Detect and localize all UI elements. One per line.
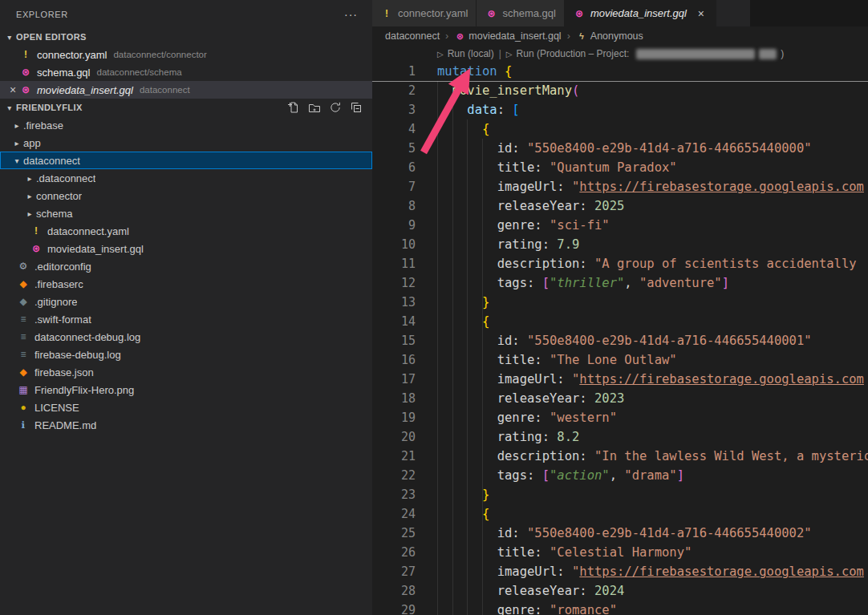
line-number: 11 <box>372 254 416 273</box>
tree-item-label: .dataconnect <box>36 172 95 184</box>
open-editor-label: schema.gql <box>37 67 90 79</box>
open-editor-item[interactable]: ×⊛moviedata_insert.gqldataconnect <box>0 81 372 99</box>
play-icon: ▷ <box>506 50 513 59</box>
run-local-link[interactable]: ▷ Run (local) <box>437 48 494 59</box>
code-line[interactable]: 28 releaseYear: 2024 <box>372 581 868 601</box>
code-line[interactable]: 11 description: "A group of scientists a… <box>372 254 868 273</box>
tree-item-friendlyflix-hero-png[interactable]: ▦FriendlyFlix-Hero.png <box>0 381 372 399</box>
code-line[interactable]: 26 title: "Celestial Harmony" <box>372 543 868 562</box>
new-file-icon[interactable] <box>287 101 300 114</box>
open-editor-item[interactable]: !connector.yamldataconnect/connector <box>0 46 372 63</box>
code-line[interactable]: 6 title: "Quantum Paradox" <box>372 158 868 177</box>
tree-item-dataconnect-yaml[interactable]: !dataconnect.yaml <box>0 222 372 240</box>
code-line[interactable]: 19 genre: "western" <box>372 408 868 427</box>
code-line[interactable]: 18 releaseYear: 2023 <box>372 389 868 408</box>
code-line[interactable]: 1mutation { <box>372 62 868 81</box>
line-number: 19 <box>372 408 416 427</box>
tree-item-app[interactable]: ▸app <box>0 134 372 152</box>
code-line[interactable]: 20 rating: 8.2 <box>372 427 868 447</box>
tree-item-moviedata-insert-gql[interactable]: ⊛moviedata_insert.gql <box>0 240 372 257</box>
code-line[interactable]: 14 { <box>372 312 868 331</box>
code-line[interactable]: 12 tags: ["thriller", "adventure"] <box>372 273 868 293</box>
code-line[interactable]: 2 movie_insertMany( <box>372 81 868 100</box>
run-production-label: Run (Production – Project: <box>517 48 630 59</box>
tree-item-label: .gitignore <box>34 296 77 308</box>
tree-item-label: firebase.json <box>34 366 94 378</box>
tree-item-dataconnect-debug-log[interactable]: ≡dataconnect-debug.log <box>0 328 372 346</box>
tree-item-schema[interactable]: ▸schema <box>0 204 372 222</box>
chevron-down-icon: ▾ <box>3 103 16 112</box>
file-tree: ▸.firebase▸app▾dataconnect▸.dataconnect▸… <box>0 116 372 434</box>
tab-bar: !connector.yaml⊛schema.gql⊛moviedata_ins… <box>372 0 716 26</box>
code-line[interactable]: 21 description: "In the lawless Wild Wes… <box>372 447 868 466</box>
code-text: data: [ <box>416 100 520 119</box>
code-line[interactable]: 27 imageUrl: "https://firebasestorage.go… <box>372 562 868 581</box>
workspace-header[interactable]: ▾ FRIENDLYFLIX <box>0 99 372 116</box>
tree-item-firebase-json[interactable]: ◆firebase.json <box>0 363 372 381</box>
gql-icon: ⊛ <box>30 243 43 254</box>
close-icon[interactable]: × <box>695 7 708 20</box>
line-number: 12 <box>372 273 416 293</box>
code-line[interactable]: 16 title: "The Lone Outlaw" <box>372 350 868 370</box>
tree-item--swift-format[interactable]: ≡.swift-format <box>0 310 372 328</box>
breadcrumb-item[interactable]: dataconnect <box>385 30 440 42</box>
tree-item--editorconfig[interactable]: ⚙.editorconfig <box>0 257 372 275</box>
gql-icon: ⊛ <box>573 8 586 19</box>
lines-icon: ≡ <box>17 349 30 360</box>
open-editor-item[interactable]: ⊛schema.gqldataconnect/schema <box>0 63 372 81</box>
code-line[interactable]: 4 { <box>372 119 868 139</box>
tree-item-label: app <box>23 137 41 149</box>
code-line[interactable]: 23 } <box>372 485 868 504</box>
line-number: 26 <box>372 543 416 562</box>
gql-icon: ⊛ <box>485 8 497 19</box>
code-text: genre: "romance" <box>416 601 617 615</box>
code-line[interactable]: 3 data: [ <box>372 100 868 119</box>
tree-item-dataconnect[interactable]: ▾dataconnect <box>0 152 372 169</box>
tree-item-connector[interactable]: ▸connector <box>0 187 372 204</box>
editor-tab[interactable]: ⊛moviedata_insert.gql× <box>565 0 716 26</box>
gql-icon: ⊛ <box>454 31 465 42</box>
code-line[interactable]: 25 id: "550e8400-e29b-41d4-a716-44665544… <box>372 524 868 543</box>
breadcrumb-item[interactable]: ⊛moviedata_insert.gql <box>454 30 561 42</box>
line-number: 28 <box>372 581 416 601</box>
code-text: title: "Quantum Paradox" <box>416 158 677 177</box>
tree-item-firebase-debug-log[interactable]: ≡firebase-debug.log <box>0 346 372 363</box>
line-number: 14 <box>372 312 416 331</box>
code-line[interactable]: 5 id: "550e8400-e29b-41d4-a716-446655440… <box>372 139 868 158</box>
code-line[interactable]: 15 id: "550e8400-e29b-41d4-a716-44665544… <box>372 331 868 350</box>
tree-item--gitignore[interactable]: ◆.gitignore <box>0 293 372 310</box>
collapse-all-icon[interactable] <box>350 101 363 114</box>
code-text: rating: 7.9 <box>416 235 579 254</box>
tree-item-readme-md[interactable]: ℹREADME.md <box>0 416 372 434</box>
tree-item--firebase[interactable]: ▸.firebase <box>0 116 372 134</box>
editor-tab[interactable]: !connector.yaml <box>372 0 477 26</box>
tab-filler <box>716 0 750 26</box>
more-actions-icon[interactable]: ··· <box>344 8 358 21</box>
code-line[interactable]: 8 releaseYear: 2025 <box>372 196 868 216</box>
tree-item--dataconnect[interactable]: ▸.dataconnect <box>0 169 372 187</box>
code-text: releaseYear: 2024 <box>416 581 624 601</box>
code-line[interactable]: 10 rating: 7.9 <box>372 235 868 254</box>
run-production-link[interactable]: ▷ Run (Production – Project: ) <box>506 48 784 59</box>
code-line[interactable]: 24 { <box>372 504 868 524</box>
code-line[interactable]: 13 } <box>372 293 868 312</box>
tree-item--firebaserc[interactable]: ◆.firebaserc <box>0 275 372 293</box>
open-editors-header[interactable]: ▾ OPEN EDITORS <box>0 28 372 46</box>
breadcrumb-item[interactable]: ϟAnonymous <box>576 30 643 42</box>
code-line[interactable]: 29 genre: "romance" <box>372 601 868 615</box>
code-text: { <box>416 119 489 139</box>
code-line[interactable]: 17 imageUrl: "https://firebasestorage.go… <box>372 370 868 389</box>
code-line[interactable]: 9 genre: "sci-fi" <box>372 216 868 235</box>
workspace-label: FRIENDLYFLIX <box>16 103 83 112</box>
tree-item-license[interactable]: ●LICENSE <box>0 399 372 416</box>
code-text: genre: "western" <box>416 408 617 427</box>
new-folder-icon[interactable] <box>308 101 321 114</box>
code-line[interactable]: 7 imageUrl: "https://firebasestorage.goo… <box>372 177 868 196</box>
line-number: 10 <box>372 235 416 254</box>
code-line[interactable]: 22 tags: ["action", "drama"] <box>372 466 868 485</box>
redacted-project-suffix <box>759 49 777 59</box>
close-icon[interactable]: × <box>6 83 19 96</box>
tree-item-label: LICENSE <box>34 402 79 414</box>
editor-tab[interactable]: ⊛schema.gql <box>477 0 564 26</box>
refresh-icon[interactable] <box>329 101 342 114</box>
